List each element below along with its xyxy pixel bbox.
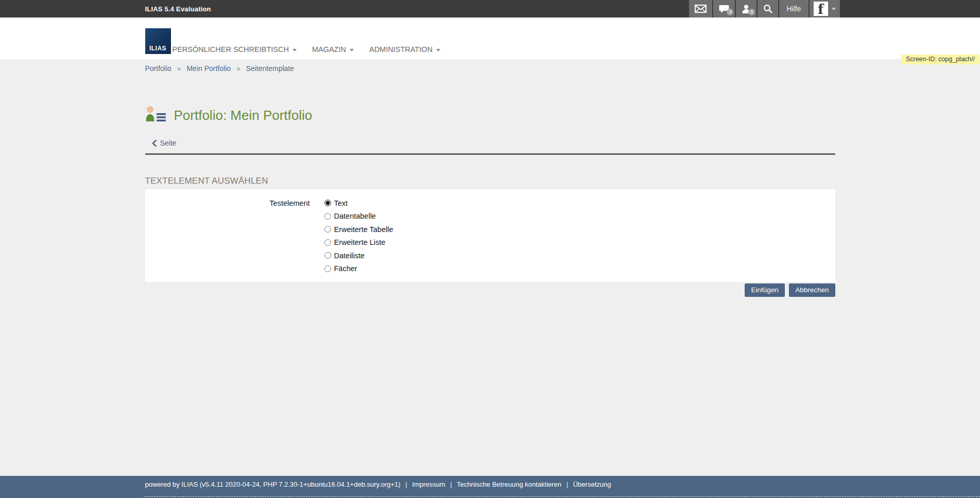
radio-label[interactable]: Dateiliste: [334, 252, 365, 260]
avatar-glyph: f: [818, 3, 823, 16]
nav-item-magazin[interactable]: MAGAZIN: [312, 45, 354, 54]
insert-button[interactable]: Einfügen: [745, 283, 784, 297]
page-head: Portfolio: Mein Portfolio: [145, 105, 835, 125]
chevron-down-icon: [293, 49, 297, 51]
radio-option-erweiterte-liste[interactable]: Erweiterte Liste: [324, 237, 393, 247]
nav-item-personal-desktop[interactable]: PERSÖNLICHER SCHREIBTISCH: [173, 45, 297, 54]
radio-label[interactable]: Datentabelle: [334, 212, 376, 220]
portfolio-icon: [145, 105, 167, 125]
radio-input-erweiterte-liste[interactable]: [324, 239, 331, 246]
text-element-form: Testelement Text Datentabelle Erweiterte…: [145, 189, 835, 282]
footer-separator: |: [405, 481, 407, 488]
radio-option-erweiterte-tabelle[interactable]: Erweiterte Tabelle: [324, 224, 393, 235]
search-button[interactable]: [757, 0, 778, 17]
main-content: Portfolio: Mein Portfolio Seite TEXTELEM…: [0, 77, 980, 476]
nav-label: ADMINISTRATION: [369, 45, 433, 54]
powered-by-text: powered by ILIAS (v5.4.11 2020-04-24, PH…: [145, 481, 401, 488]
radio-option-faecher[interactable]: Fächer: [324, 263, 393, 274]
logo-text: ILIAS: [149, 45, 166, 52]
radio-input-datentabelle[interactable]: [324, 213, 331, 220]
back-tab-seite[interactable]: Seite: [152, 139, 177, 147]
footer-separator: |: [566, 481, 568, 488]
main-header: ILIAS PERSÖNLICHER SCHREIBTISCH MAGAZIN …: [0, 17, 980, 59]
breadcrumb-separator: »: [236, 64, 240, 73]
page-title: Portfolio: Mein Portfolio: [174, 108, 313, 123]
footer-link-uebersetzung[interactable]: Übersetzung: [573, 481, 611, 488]
app-title: ILIAS 5.4 Evaluation: [145, 5, 211, 13]
top-bar: ILIAS 5.4 Evaluation 3 5: [0, 0, 980, 17]
nav-label: PERSÖNLICHER SCHREIBTISCH: [173, 45, 289, 54]
breadcrumb-portfolio[interactable]: Portfolio: [145, 64, 171, 73]
radio-input-dateiliste[interactable]: [324, 252, 331, 259]
contacts-button[interactable]: 5: [735, 0, 757, 17]
back-tab-label: Seite: [160, 139, 177, 147]
form-section-title: TEXTELEMENT AUSWÄHLEN: [145, 176, 835, 186]
top-actions: 3 5 Hilfe f: [688, 0, 839, 17]
chevron-down-icon: [350, 49, 354, 51]
breadcrumb-separator: »: [177, 64, 181, 73]
chevron-down-icon: [832, 8, 836, 10]
chat-button[interactable]: 3: [712, 0, 735, 17]
radio-input-erweiterte-tabelle[interactable]: [324, 226, 331, 233]
search-icon: [763, 4, 772, 13]
contacts-badge: 5: [748, 9, 755, 15]
footer-link-impressum[interactable]: Impressum: [412, 481, 445, 488]
radio-label[interactable]: Text: [334, 199, 348, 207]
radio-label[interactable]: Erweiterte Liste: [334, 238, 386, 246]
mail-icon: [695, 5, 707, 13]
chevron-left-icon: [152, 140, 157, 147]
ilias-logo[interactable]: ILIAS: [145, 28, 171, 54]
radio-option-datentabelle[interactable]: Datentabelle: [324, 211, 393, 221]
breadcrumb: Portfolio » Mein Portfolio » Seitentempl…: [0, 59, 980, 77]
radio-label[interactable]: Erweiterte Tabelle: [334, 225, 393, 234]
breadcrumb-mein-portfolio[interactable]: Mein Portfolio: [186, 64, 231, 73]
mail-button[interactable]: [688, 0, 712, 17]
breadcrumb-seitentemplate[interactable]: Seitentemplate: [246, 64, 294, 73]
radio-input-text[interactable]: [324, 200, 331, 206]
main-nav: PERSÖNLICHER SCHREIBTISCH MAGAZIN ADMINI…: [173, 45, 440, 54]
user-menu-button[interactable]: f: [809, 0, 840, 17]
help-label: Hilfe: [786, 5, 801, 13]
form-command-row: Einfügen Abbrechen: [145, 283, 835, 297]
footer-dashed-line: [144, 496, 980, 497]
avatar: f: [814, 2, 828, 16]
cancel-button[interactable]: Abbrechen: [789, 283, 835, 297]
field-label-testelement: Testelement: [145, 198, 310, 277]
radio-input-faecher[interactable]: [324, 265, 331, 272]
nav-label: MAGAZIN: [312, 45, 346, 54]
footer: powered by ILIAS (v5.4.11 2020-04-24, PH…: [0, 476, 980, 498]
footer-link-support[interactable]: Technische Betreuung kontaktieren: [457, 481, 561, 488]
chat-badge: 3: [727, 9, 733, 15]
screen-id-badge: Screen-ID: copg_plach//: [901, 55, 979, 64]
radio-option-text[interactable]: Text: [324, 198, 393, 208]
radio-group-testelement: Text Datentabelle Erweiterte Tabelle Erw…: [324, 198, 393, 277]
chevron-down-icon: [436, 49, 440, 51]
nav-item-administration[interactable]: ADMINISTRATION: [369, 45, 440, 54]
tab-bar: Seite: [145, 139, 835, 155]
help-button[interactable]: Hilfe: [778, 0, 808, 17]
radio-option-dateiliste[interactable]: Dateiliste: [324, 251, 393, 261]
footer-separator: |: [450, 481, 452, 488]
radio-label[interactable]: Fächer: [334, 264, 357, 273]
